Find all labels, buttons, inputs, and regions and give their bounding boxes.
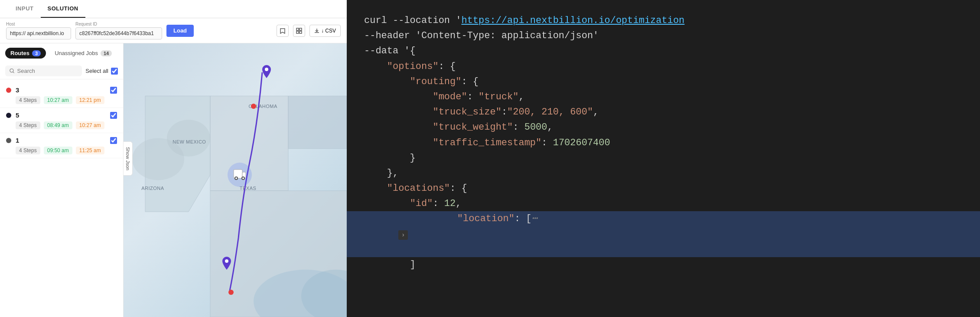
route-item[interactable]: 1 4 Steps 09:50 am 11:25 am [0,133,123,158]
code-colon5: : [513,120,524,135]
code-colon4: : [501,105,507,120]
code-truckweight-val: 5000 [524,120,547,135]
code-line-15: ] [364,257,963,272]
route-number: 1 [16,137,106,144]
toolbar: Host Request ID Load [0,18,347,43]
steps-badge: 4 Steps [16,121,40,129]
code-indent9 [411,211,457,226]
code-traffic-key: "traffic_timestamp" [433,135,541,150]
map-pin-top-purple [262,65,271,80]
code-line-13: "id": 12, [364,196,963,211]
route-item-top: 5 [6,111,117,119]
route-item-bottom: 4 Steps 09:50 am 11:25 am [6,147,117,154]
toolbar-right: ↓ CSV [277,25,341,37]
code-id-key: "id" [410,196,433,211]
bookmark-icon-btn[interactable] [277,25,289,37]
code-routing-key: "routing" [410,74,462,89]
route-item-bottom: 4 Steps 08:49 am 10:27 am [6,121,117,129]
route-item-top: 3 [6,86,117,94]
show-json-tab[interactable]: Show Json [124,141,133,176]
code-colon3: : [467,89,479,105]
code-colon2: : { [461,74,479,89]
route-item[interactable]: 5 4 Steps 08:49 am 10:27 am [0,108,123,133]
code-colon9: : [ [514,211,532,226]
code-indent8 [364,196,410,211]
select-all-label: Select all [85,68,108,74]
route-checkbox[interactable] [110,87,117,94]
request-id-input[interactable] [75,27,162,39]
req-label: Request ID [75,22,162,26]
svg-rect-2 [296,31,299,33]
time-start-badge: 08:49 am [44,121,72,129]
tabs-bar: INPUT SOLUTION [0,0,347,18]
bookmark-icon [280,28,286,34]
grid-icon [296,28,302,34]
code-indent7 [364,181,387,196]
svg-rect-10 [234,170,242,178]
svg-point-8 [167,120,210,157]
content-area: Routes 3 Unassigned Jobs 14 [0,43,347,317]
map-dot-red-2 [228,290,234,295]
map-area: ARIZONA NEW MEXICO OKLAHOMA TEXAS [124,43,347,317]
expand-arrow-wrap: › [364,211,411,257]
tab-solution[interactable]: SOLUTION [41,0,85,18]
host-input[interactable] [6,27,71,39]
routes-tab-button[interactable]: Routes 3 [5,48,46,59]
code-line-14-highlighted: › "location": [⋯ [347,211,980,257]
code-line-8: "truck_weight": 5000, [364,120,963,135]
code-curl: curl --location ' [364,13,461,28]
code-line-12: "locations": { [364,181,963,196]
code-indent6 [364,135,433,150]
routes-tab-label: Routes [10,50,29,56]
svg-rect-1 [300,28,302,30]
code-data-open: --data '{ [364,43,416,59]
search-input-wrap [5,65,82,76]
code-traffic-val: 1702607400 [553,135,610,150]
grid-icon-btn[interactable] [293,25,305,37]
routes-count-badge: 3 [32,50,41,56]
right-panel: curl --location 'https://api.nextbillion… [347,0,980,317]
req-group: Request ID [75,22,162,39]
unassigned-tab-label: Unassigned Jobs [55,50,98,56]
code-location-key: "location" [457,211,514,226]
time-end-badge: 11:25 am [76,147,104,154]
tab-input[interactable]: INPUT [9,0,41,18]
svg-rect-3 [300,31,302,33]
code-line-3: --data '{ [364,43,963,59]
code-header: --header 'Content-Type: application/json… [364,28,599,43]
code-line-10: } [364,150,963,166]
code-mode-val: "truck" [479,89,518,105]
route-checkbox[interactable] [110,112,117,119]
csv-button[interactable]: ↓ CSV [309,25,341,37]
route-checkbox[interactable] [110,137,117,144]
select-all-checkbox[interactable] [111,68,118,75]
code-options-key: "options" [387,59,439,74]
load-button[interactable]: Load [166,25,194,37]
map-pin-bottom-purple [222,257,231,271]
search-input[interactable] [17,68,78,74]
code-close-bracket: ] [364,257,416,272]
code-colon6: : [541,135,553,150]
expand-arrow-icon[interactable]: › [398,230,408,240]
left-panel: INPUT SOLUTION Host Request ID Load [0,0,347,317]
route-color-dot [6,88,11,93]
download-icon [314,28,319,33]
route-number: 3 [16,86,106,94]
code-line-1: curl --location 'https://api.nextbillion… [364,13,963,28]
code-locations-key: "locations" [387,181,450,196]
route-number: 5 [16,111,106,119]
code-line-4: "options": { [364,59,963,74]
time-end-badge: 12:21 pm [76,96,104,104]
route-item[interactable]: 3 4 Steps 10:27 am 12:21 pm [0,83,123,108]
code-colon8: : [433,196,444,211]
unassigned-tab-button[interactable]: Unassigned Jobs 14 [49,48,117,59]
code-indent2 [364,74,410,89]
steps-badge: 4 Steps [16,147,40,154]
route-item-top: 1 [6,137,117,144]
code-indent5 [364,120,433,135]
code-line-7: "truck_size":"200, 210, 600", [364,105,963,120]
code-line-2: --header 'Content-Type: application/json… [364,28,963,43]
routes-list: 3 4 Steps 10:27 am 12:21 pm 5 [0,79,123,317]
time-start-badge: 09:50 am [44,147,72,154]
code-comma2: , [593,105,599,120]
